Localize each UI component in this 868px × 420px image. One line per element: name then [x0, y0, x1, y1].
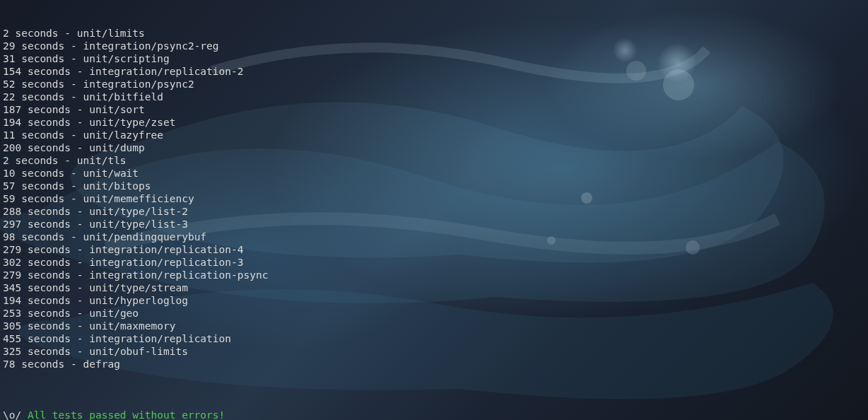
- test-name: unit/type/list-3: [89, 218, 188, 230]
- test-result-line: 59 seconds - unit/memefficiency: [3, 192, 868, 205]
- test-name: unit/lazyfree: [83, 129, 164, 141]
- test-name: unit/bitfield: [83, 91, 164, 103]
- test-name: unit/pendingquerybuf: [83, 231, 207, 243]
- test-name: unit/type/stream: [89, 282, 188, 293]
- test-result-line: 2 seconds - unit/limits: [3, 27, 868, 40]
- test-name: integration/psync2: [83, 78, 194, 90]
- test-duration: 22: [3, 91, 15, 103]
- test-result-line: 345 seconds - unit/type/stream: [3, 281, 868, 294]
- test-duration: 325: [3, 346, 21, 357]
- test-result-line: 325 seconds - unit/obuf-limits: [3, 345, 868, 358]
- test-name: unit/obuf-limits: [89, 346, 188, 357]
- test-duration: 59: [3, 193, 15, 204]
- test-name: unit/limits: [77, 28, 145, 39]
- test-duration: 279: [3, 269, 21, 281]
- test-duration: 194: [3, 117, 21, 128]
- test-result-line: 78 seconds - defrag: [3, 358, 868, 371]
- test-result-line: 194 seconds - unit/type/zset: [3, 116, 868, 129]
- separator-text: seconds -: [21, 66, 89, 77]
- separator-text: seconds -: [21, 218, 89, 230]
- summary-message: All tests passed without errors!: [28, 409, 225, 420]
- separator-text: seconds -: [15, 180, 83, 192]
- test-name: unit/wait: [83, 168, 139, 179]
- separator-text: seconds -: [15, 40, 83, 52]
- test-duration: 154: [3, 66, 21, 77]
- separator-text: seconds -: [21, 142, 89, 153]
- test-duration: 288: [3, 206, 21, 217]
- separator-text: seconds -: [21, 206, 89, 217]
- test-duration: 2: [3, 28, 9, 39]
- test-result-line: 305 seconds - unit/maxmemory: [3, 320, 868, 332]
- test-name: integration/replication-psync: [89, 269, 268, 281]
- test-name: integration/replication-3: [89, 257, 243, 268]
- test-duration: 2: [3, 155, 9, 166]
- test-duration: 297: [3, 218, 21, 230]
- separator-text: seconds -: [21, 117, 89, 128]
- separator-text: seconds -: [21, 269, 89, 281]
- separator-text: seconds -: [15, 168, 83, 179]
- separator-text: seconds -: [15, 91, 83, 103]
- test-duration: 279: [3, 244, 21, 255]
- test-results-list: 2 seconds - unit/limits29 seconds - inte…: [3, 27, 868, 371]
- separator-text: seconds -: [21, 320, 89, 332]
- test-name: unit/hyperloglog: [89, 295, 188, 306]
- test-result-line: 154 seconds - integration/replication-2: [3, 65, 868, 78]
- test-result-line: 302 seconds - integration/replication-3: [3, 256, 868, 269]
- test-result-line: 187 seconds - unit/sort: [3, 103, 868, 116]
- separator-text: seconds -: [21, 257, 89, 268]
- test-name: unit/geo: [89, 308, 139, 319]
- test-name: unit/type/list-2: [89, 206, 188, 217]
- separator-text: seconds -: [21, 282, 89, 293]
- separator-text: seconds -: [15, 193, 83, 204]
- test-result-line: 279 seconds - integration/replication-ps…: [3, 269, 868, 281]
- test-result-line: 52 seconds - integration/psync2: [3, 78, 868, 91]
- test-duration: 187: [3, 104, 21, 115]
- test-result-line: 253 seconds - unit/geo: [3, 307, 868, 320]
- separator-text: seconds -: [9, 28, 77, 39]
- test-name: unit/scripting: [83, 53, 170, 64]
- test-result-line: 31 seconds - unit/scripting: [3, 52, 868, 65]
- test-duration: 200: [3, 142, 21, 153]
- test-duration: 305: [3, 320, 21, 332]
- test-result-line: 455 seconds - integration/replication: [3, 332, 868, 345]
- test-duration: 253: [3, 308, 21, 319]
- test-name: integration/psync2-reg: [83, 40, 219, 52]
- summary-line: \o/ All tests passed without errors!: [3, 409, 868, 420]
- test-name: defrag: [83, 358, 120, 370]
- separator-text: seconds -: [21, 346, 89, 357]
- test-duration: 455: [3, 333, 21, 344]
- test-result-line: 279 seconds - integration/replication-4: [3, 243, 868, 256]
- test-duration: 194: [3, 295, 21, 306]
- summary-emoticon: \o/: [3, 409, 28, 420]
- test-name: unit/tls: [77, 155, 127, 166]
- test-result-line: 2 seconds - unit/tls: [3, 154, 868, 167]
- test-result-line: 29 seconds - integration/psync2-reg: [3, 40, 868, 52]
- test-name: integration/replication: [89, 333, 231, 344]
- separator-text: seconds -: [21, 308, 89, 319]
- separator-text: seconds -: [15, 78, 83, 90]
- separator-text: seconds -: [15, 231, 83, 243]
- test-duration: 57: [3, 180, 15, 192]
- test-duration: 31: [3, 53, 15, 64]
- separator-text: seconds -: [21, 244, 89, 255]
- test-result-line: 57 seconds - unit/bitops: [3, 180, 868, 192]
- terminal-output: 2 seconds - unit/limits29 seconds - inte…: [0, 0, 868, 420]
- test-result-line: 200 seconds - unit/dump: [3, 141, 868, 154]
- test-name: unit/sort: [89, 104, 145, 115]
- separator-text: seconds -: [15, 53, 83, 64]
- test-duration: 11: [3, 129, 15, 141]
- test-name: integration/replication-4: [89, 244, 243, 255]
- test-name: unit/dump: [89, 142, 145, 153]
- test-name: unit/memefficiency: [83, 193, 194, 204]
- test-duration: 10: [3, 168, 15, 179]
- separator-text: seconds -: [15, 129, 83, 141]
- test-duration: 345: [3, 282, 21, 293]
- test-duration: 29: [3, 40, 15, 52]
- separator-text: seconds -: [21, 333, 89, 344]
- test-name: unit/bitops: [83, 180, 151, 192]
- test-name: unit/type/zset: [89, 117, 175, 128]
- test-name: unit/maxmemory: [89, 320, 175, 332]
- test-duration: 302: [3, 257, 21, 268]
- test-duration: 98: [3, 231, 15, 243]
- test-result-line: 297 seconds - unit/type/list-3: [3, 218, 868, 231]
